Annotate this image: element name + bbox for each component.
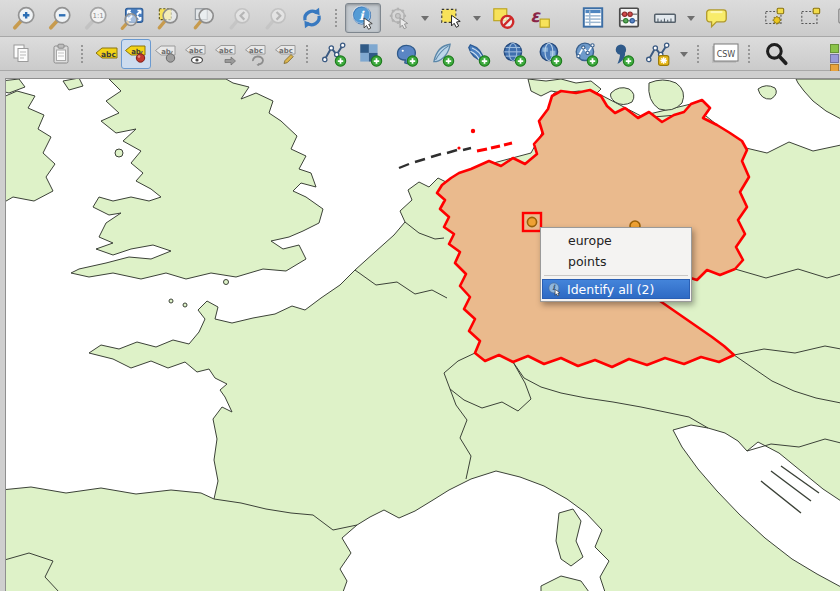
wfs-globe-icon xyxy=(573,41,599,67)
add-mssql-layer-button[interactable] xyxy=(460,39,496,69)
add-delimited-text-layer-button[interactable] xyxy=(604,39,640,69)
add-spatialite-layer-button[interactable] xyxy=(424,39,460,69)
paste-icon xyxy=(49,42,73,66)
mssql-layer-icon xyxy=(465,41,491,67)
new-bookmark-button[interactable] xyxy=(757,3,793,33)
spatialite-feather-icon xyxy=(429,41,455,67)
select-by-expression-button[interactable]: ε xyxy=(521,3,557,33)
select-features-button[interactable] xyxy=(433,3,469,33)
svg-text:abc: abc xyxy=(101,49,116,58)
metasearch-csw-button[interactable]: CSW xyxy=(707,39,743,69)
search-icon xyxy=(763,41,789,67)
chevron-down-icon xyxy=(419,12,431,24)
zoom-last-icon xyxy=(227,5,253,31)
zoom-in-button[interactable] xyxy=(6,3,42,33)
show-hide-labels-button[interactable]: abc xyxy=(181,39,211,69)
open-attribute-table-button[interactable] xyxy=(575,3,611,33)
svg-text:abc: abc xyxy=(279,46,293,54)
postgis-elephant-icon xyxy=(393,41,419,67)
pin-unpin-labels-button[interactable]: ab xyxy=(121,39,151,69)
add-wfs-layer-button[interactable] xyxy=(568,39,604,69)
new-layer-dropdown[interactable] xyxy=(676,39,692,69)
zoom-to-layer-icon xyxy=(191,5,217,31)
change-label-button[interactable]: abc xyxy=(271,39,301,69)
toolbar-separator xyxy=(748,45,753,63)
measure-button[interactable] xyxy=(647,3,683,33)
deselect-icon xyxy=(490,5,516,31)
add-wms-layer-button[interactable] xyxy=(496,39,532,69)
menu-item-points[interactable]: points xyxy=(542,251,690,272)
layer-labeling-options-button[interactable]: abc xyxy=(91,39,121,69)
copy-features-button[interactable] xyxy=(6,39,36,69)
run-feature-action-button[interactable] xyxy=(381,3,417,33)
zoom-in-icon xyxy=(11,5,37,31)
rotate-label-icon: abc xyxy=(243,42,269,66)
zoom-to-layer-button[interactable] xyxy=(186,3,222,33)
feature-action-gear-icon xyxy=(386,5,412,31)
new-shapefile-layer-button[interactable] xyxy=(640,39,676,69)
move-label-icon: abc xyxy=(213,42,239,66)
svg-text:abc: abc xyxy=(219,46,233,54)
europe-map xyxy=(6,79,840,591)
pin-labels-icon: ab xyxy=(123,42,149,66)
zoom-to-selection-icon xyxy=(155,5,181,31)
feature-action-dropdown[interactable] xyxy=(417,3,433,33)
zoom-next-button[interactable] xyxy=(258,3,294,33)
svg-text:abc: abc xyxy=(249,46,263,54)
text-annotation-icon: T xyxy=(834,5,840,31)
show-bookmarks-button[interactable] xyxy=(793,3,829,33)
text-annotation-button[interactable]: T xyxy=(829,3,840,33)
select-features-dropdown[interactable] xyxy=(469,3,485,33)
label-and-layers-toolbar: abc ab ab abc xyxy=(0,37,840,71)
refresh-icon xyxy=(299,5,325,31)
add-wcs-layer-button[interactable] xyxy=(532,39,568,69)
field-calculator-button[interactable] xyxy=(611,3,647,33)
chevron-down-icon xyxy=(685,12,697,24)
show-hide-labels-icon: abc xyxy=(183,42,209,66)
wcs-globe-icon xyxy=(537,41,563,67)
menu-item-europe[interactable]: europe xyxy=(542,230,690,251)
new-shapefile-icon xyxy=(645,41,671,67)
rotate-label-button[interactable]: abc xyxy=(241,39,271,69)
copy-icon xyxy=(9,42,33,66)
add-raster-layer-icon xyxy=(357,41,383,67)
map-canvas[interactable] xyxy=(5,78,840,591)
paste-features-button[interactable] xyxy=(46,39,76,69)
map-tips-button[interactable] xyxy=(699,3,735,33)
refresh-button[interactable] xyxy=(294,3,330,33)
panel-square-green xyxy=(830,44,839,53)
zoom-last-button[interactable] xyxy=(222,3,258,33)
zoom-full-extent-button[interactable] xyxy=(114,3,150,33)
deselect-all-button[interactable] xyxy=(485,3,521,33)
zoom-to-selection-button[interactable] xyxy=(150,3,186,33)
toolbar-separator xyxy=(306,45,311,63)
menu-item-identify-all[interactable]: i Identify all (2) xyxy=(542,279,690,299)
new-bookmark-icon xyxy=(762,5,788,31)
add-raster-layer-button[interactable] xyxy=(352,39,388,69)
zoom-out-button[interactable] xyxy=(42,3,78,33)
expression-epsilon-icon: ε xyxy=(526,5,552,31)
add-vector-layer-icon xyxy=(321,41,347,67)
map-frame xyxy=(0,71,840,591)
highlight-pinned-labels-button[interactable]: ab xyxy=(151,39,181,69)
measure-dropdown[interactable] xyxy=(683,3,699,33)
panel-edge-handle[interactable] xyxy=(830,44,839,73)
attribute-table-icon xyxy=(580,5,606,31)
toolbar-separator xyxy=(335,9,340,27)
add-postgis-layer-button[interactable] xyxy=(388,39,424,69)
svg-text:CSW: CSW xyxy=(717,49,736,58)
qgis-window: 1:1 xyxy=(0,0,840,591)
highlight-pinned-icon: ab xyxy=(153,42,179,66)
identify-features-button[interactable]: i xyxy=(345,3,381,33)
move-label-button[interactable]: abc xyxy=(211,39,241,69)
add-vector-layer-button[interactable] xyxy=(316,39,352,69)
toolbar-separator xyxy=(697,45,702,63)
search-button[interactable] xyxy=(758,39,794,69)
identify-icon: i xyxy=(547,282,562,297)
delimited-text-comma-icon xyxy=(609,41,635,67)
zoom-native-button[interactable]: 1:1 xyxy=(78,3,114,33)
svg-text:abc: abc xyxy=(189,46,203,54)
map-point-feature-1 xyxy=(527,217,536,226)
map-navigation-toolbar: 1:1 xyxy=(0,0,840,37)
select-rectangle-icon xyxy=(438,5,464,31)
